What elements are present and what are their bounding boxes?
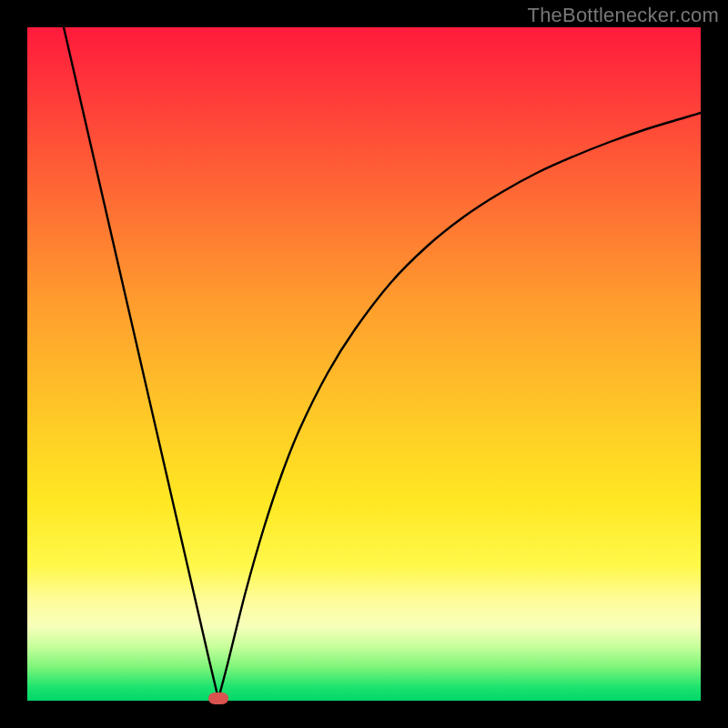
chart-frame: TheBottleneсker.com <box>0 0 728 728</box>
chart-minimum-marker <box>208 693 228 704</box>
chart-plot-area <box>27 27 701 701</box>
chart-curve <box>27 27 701 701</box>
watermark-text: TheBottleneсker.com <box>528 4 719 27</box>
